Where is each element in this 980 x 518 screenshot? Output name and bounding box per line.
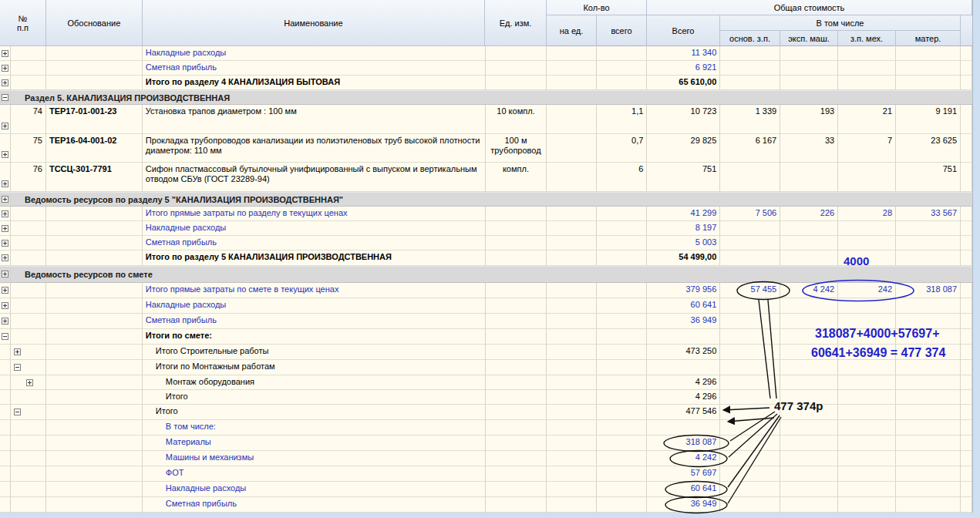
unit-cell[interactable]	[486, 61, 547, 76]
grid-row[interactable]: Итого прямые затраты по смете в текущих …	[0, 283, 972, 298]
unit-cell[interactable]	[486, 390, 547, 405]
cost-total-cell[interactable]	[647, 420, 720, 436]
cost-mater-cell[interactable]	[896, 436, 961, 451]
unit-cell[interactable]	[486, 451, 547, 466]
code-cell[interactable]	[46, 360, 143, 375]
cost-exp-mash-cell[interactable]	[780, 76, 838, 90]
spacer-cell[interactable]	[961, 329, 972, 345]
unit-cell[interactable]	[486, 360, 547, 375]
cost-exp-mash-cell[interactable]	[780, 236, 838, 251]
expand-icon[interactable]	[2, 196, 8, 203]
code-cell[interactable]	[46, 390, 143, 405]
collapse-icon[interactable]	[2, 333, 8, 340]
expand-icon[interactable]	[2, 180, 8, 187]
cost-zp-mech-cell[interactable]	[838, 466, 896, 482]
cost-exp-mash-cell[interactable]	[780, 497, 838, 513]
cost-exp-mash-cell[interactable]	[780, 360, 838, 375]
spacer-cell[interactable]	[961, 163, 972, 192]
cost-zp-mech-cell[interactable]	[838, 390, 896, 405]
code-cell[interactable]	[46, 46, 143, 61]
cost-osn-zp-cell[interactable]	[720, 76, 780, 90]
spacer-cell[interactable]	[961, 207, 972, 221]
cost-exp-mash-cell[interactable]	[780, 314, 838, 329]
cost-total-cell[interactable]: 5 003	[647, 236, 720, 251]
expand-icon[interactable]	[2, 302, 8, 309]
expand-icon[interactable]	[2, 254, 8, 261]
cost-exp-mash-cell[interactable]	[780, 436, 838, 451]
cost-mater-cell[interactable]: 9 191	[896, 105, 961, 134]
unit-cell[interactable]: 10 компл.	[486, 105, 547, 134]
name-cell[interactable]: Итого прямые затраты по разделу в текущи…	[143, 207, 486, 221]
spacer-cell[interactable]	[961, 436, 972, 451]
code-cell[interactable]	[46, 283, 143, 298]
cost-total-cell[interactable]: 477 546	[647, 405, 720, 420]
name-cell[interactable]: Прокладка трубопроводов канализации из п…	[143, 134, 486, 163]
grid-row[interactable]: Накладные расходы60 641	[0, 482, 972, 497]
cost-zp-mech-cell[interactable]	[838, 236, 896, 251]
cost-exp-mash-cell[interactable]	[780, 298, 838, 314]
code-cell[interactable]	[46, 375, 143, 390]
name-cell[interactable]: В том числе:	[143, 420, 486, 436]
name-cell[interactable]: Накладные расходы	[143, 221, 486, 236]
qty-per-unit-cell[interactable]	[547, 482, 597, 497]
cost-osn-zp-cell[interactable]	[720, 405, 780, 420]
cost-exp-mash-cell[interactable]	[780, 482, 838, 497]
code-cell[interactable]	[46, 482, 143, 497]
qty-total-cell[interactable]	[597, 76, 647, 90]
cost-osn-zp-cell[interactable]	[720, 329, 780, 345]
spacer-cell[interactable]	[961, 61, 972, 76]
cost-mater-cell[interactable]	[896, 420, 961, 436]
qty-per-unit-cell[interactable]	[547, 221, 597, 236]
spacer-cell[interactable]	[961, 283, 972, 298]
cost-osn-zp-cell[interactable]	[720, 298, 780, 314]
cost-total-cell[interactable]: 11 340	[647, 46, 720, 61]
grid-row[interactable]: 74ТЕР17-01-001-23Установка трапов диамет…	[0, 105, 972, 134]
cost-zp-mech-cell[interactable]	[838, 251, 896, 266]
row-num-cell[interactable]	[11, 236, 46, 251]
row-num-cell[interactable]	[11, 61, 46, 76]
code-cell[interactable]	[46, 497, 143, 513]
cost-osn-zp-cell[interactable]: 57 455	[720, 283, 780, 298]
spacer-cell[interactable]	[961, 345, 972, 360]
cost-exp-mash-cell[interactable]: 33	[780, 134, 838, 163]
grid-row[interactable]: 76ТССЦ-301-7791Сифон пластмассовый бутыл…	[0, 163, 972, 192]
name-cell[interactable]: ФОТ	[143, 466, 486, 482]
unit-cell[interactable]	[486, 497, 547, 513]
name-cell[interactable]: Итого Строительные работы	[143, 345, 486, 360]
cost-zp-mech-cell[interactable]	[838, 360, 896, 375]
spacer-cell[interactable]	[961, 221, 972, 236]
row-num-cell[interactable]	[11, 436, 46, 451]
cost-mater-cell[interactable]	[896, 314, 961, 329]
qty-total-cell[interactable]	[597, 221, 647, 236]
expand-icon[interactable]	[26, 379, 33, 386]
collapse-icon[interactable]	[14, 409, 21, 415]
qty-per-unit-cell[interactable]	[547, 134, 597, 163]
cost-osn-zp-cell[interactable]	[720, 251, 780, 266]
grid-row[interactable]: Итого по разделу 4 КАНАЛИЗАЦИЯ БЫТОВАЯ65…	[0, 76, 972, 90]
unit-cell[interactable]: 100 м трубопровод	[486, 134, 547, 163]
qty-total-cell[interactable]	[597, 61, 647, 76]
grid-row[interactable]: Накладные расходы8 197	[0, 221, 972, 236]
cost-exp-mash-cell[interactable]: 226	[780, 207, 838, 221]
spacer-cell[interactable]	[961, 375, 972, 390]
qty-per-unit-cell[interactable]	[547, 61, 597, 76]
unit-cell[interactable]	[486, 405, 547, 420]
cost-osn-zp-cell[interactable]	[720, 345, 780, 360]
cost-osn-zp-cell[interactable]: 7 506	[720, 207, 780, 221]
cost-mater-cell[interactable]	[896, 390, 961, 405]
cost-total-cell[interactable]: 318 087	[647, 436, 720, 451]
cost-osn-zp-cell[interactable]	[720, 163, 780, 192]
cost-zp-mech-cell[interactable]	[838, 451, 896, 466]
cost-exp-mash-cell[interactable]	[780, 405, 838, 420]
qty-per-unit-cell[interactable]	[547, 436, 597, 451]
grid-row[interactable]: Сметная прибыль6 921	[0, 61, 972, 76]
cost-osn-zp-cell[interactable]	[720, 314, 780, 329]
qty-total-cell[interactable]	[597, 390, 647, 405]
row-num-cell[interactable]	[11, 420, 46, 436]
qty-total-cell[interactable]: 1,1	[597, 105, 647, 134]
expand-icon[interactable]	[2, 318, 8, 325]
cost-total-cell[interactable]: 60 641	[647, 298, 720, 314]
cost-exp-mash-cell[interactable]	[780, 61, 838, 76]
spacer-cell[interactable]	[961, 298, 972, 314]
name-cell[interactable]: Сметная прибыль	[143, 236, 486, 251]
